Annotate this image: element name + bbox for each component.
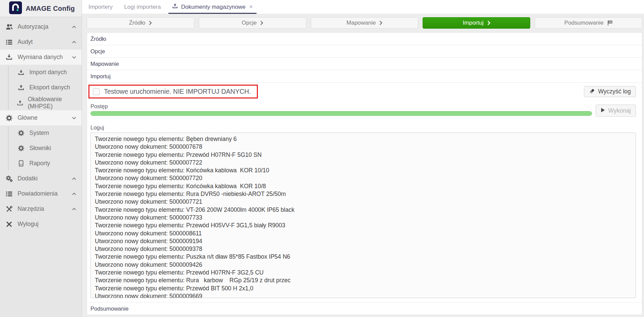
tab-bar: Importery Logi importera Dokumenty magaz… [82, 0, 644, 14]
log-line: Utworzono nowy dokument: 5000007678 [95, 143, 632, 151]
sidebar-item-powiadomienia[interactable]: Powiadomienia [0, 186, 82, 201]
progress-label: Postęp [90, 103, 636, 110]
amage-config-app: AMAGE Config Autoryzacja Audyt [0, 0, 644, 317]
log-line: Utworzono nowy dokument: 5000009378 [95, 245, 632, 253]
log-line: Tworzenie nowego typu elementu: Rura kar… [95, 277, 632, 284]
sidebar-item-okablowanie-mhpse[interactable]: Okablowanie (MHPSE) [0, 95, 82, 110]
step-podsumowanie[interactable]: Podsumowanie [535, 17, 642, 29]
chevron-right-icon [379, 21, 382, 25]
accordion-section-podsumowanie[interactable]: Podsumowanie [87, 302, 642, 315]
sidebar-item-narzedzia[interactable]: Narzędzia [0, 201, 82, 217]
main-area: Importery Logi importera Dokumenty magaz… [82, 0, 644, 317]
chevron-down-icon [72, 117, 76, 119]
sidebar-item-label: Wyloguj [18, 221, 38, 228]
log-line: Utworzono nowy dokument: 5000009194 [95, 237, 632, 245]
log-line: Utworzono nowy dokument: 5000007733 [95, 214, 632, 222]
sidebar-item-wymiana-danych[interactable]: Wymiana danych [0, 50, 82, 65]
sidebar-item-label: Autoryzacja [18, 23, 48, 30]
chevron-right-icon [260, 21, 263, 25]
sidebar-item-eksport-danych[interactable]: Eksport danych [0, 80, 82, 95]
checkered-flag-icon [607, 20, 613, 26]
sidebar-item-import-danych[interactable]: Import danych [0, 65, 82, 80]
chevron-right-icon [149, 21, 152, 25]
log-line: Tworzenie nowego typu elementu: Przewód … [95, 222, 632, 229]
log-line: Tworzenie nowego typu elementu: Przewód … [95, 269, 632, 277]
download-tray-icon [17, 69, 25, 76]
accordion-section-zrodlo[interactable]: Źródło [87, 33, 642, 45]
tab-importery[interactable]: Importery [83, 0, 118, 14]
download-tray-icon [5, 54, 13, 60]
tab-logi-importera[interactable]: Logi importera [118, 0, 167, 14]
chevron-down-icon [72, 56, 76, 59]
upload-tray-icon [17, 85, 25, 91]
accordion-section-importuj[interactable]: Importuj [87, 70, 642, 83]
amage-logo-icon [9, 1, 22, 16]
log-line: Utworzono nowy dokument: 5000009426 [95, 261, 632, 269]
sidebar-item-label: Dodatki [18, 175, 37, 182]
step-label: Podsumowanie [564, 20, 603, 26]
sidebar-item-audyt[interactable]: Audyt [0, 34, 82, 50]
step-importuj[interactable]: Importuj [423, 17, 530, 29]
sidebar-nav: Autoryzacja Audyt Wymiana danych [0, 17, 82, 232]
log-line: Tworzenie nowego typu elementu: Bęben dr… [95, 135, 632, 143]
accordion-section-mapowanie[interactable]: Mapowanie [87, 58, 642, 70]
upload-tray-icon [17, 100, 23, 106]
gears-icon [5, 175, 13, 182]
execute-button[interactable]: Wykonaj [596, 105, 636, 117]
chevron-up-icon [72, 41, 76, 44]
log-line: Tworzenie nowego typu elementu: Rura DVR… [95, 190, 632, 198]
log-line: Tworzenie nowego typu elementu: Końcówka… [95, 167, 632, 174]
log-output[interactable]: Tworzenie nowego typu elementu: Bęben dr… [90, 133, 636, 298]
app-title: AMAGE Config [26, 5, 75, 12]
x-icon [5, 221, 13, 227]
sidebar-item-raporty[interactable]: Raporty [0, 156, 82, 171]
sidebar-item-glowne[interactable]: Główne [0, 110, 82, 125]
step-label: Źródło [129, 20, 145, 26]
gear-icon [17, 145, 25, 151]
list-icon [5, 191, 13, 197]
tab-label: Logi importera [124, 4, 161, 10]
gear-icon [5, 115, 13, 121]
chevron-up-icon [72, 208, 76, 210]
log-line: Utworzono nowy dokument: 5000007721 [95, 198, 632, 206]
log-label: Loguj [90, 124, 636, 131]
step-mapowanie[interactable]: Mapowanie [311, 17, 419, 29]
clear-log-button[interactable]: Wyczyść log [584, 86, 636, 97]
log-line: Tworzenie nowego typu elementu: Przewód … [95, 285, 632, 292]
step-zrodlo[interactable]: Źródło [87, 17, 194, 29]
log-line: Tworzenie nowego typu elementu: Puszka n… [95, 253, 632, 261]
sidebar-item-wyloguj[interactable]: Wyloguj [0, 217, 82, 232]
sidebar-subgroup-glowne: System Słowniki Raporty [0, 125, 82, 171]
progress-bar [90, 111, 592, 116]
log-line: Tworzenie nowego typu elementu: Przewód … [95, 151, 632, 159]
sidebar-item-system[interactable]: System [0, 125, 82, 141]
tools-icon [5, 206, 13, 212]
sidebar-subgroup-wymiana-danych: Import danych Eksport danych Okablowanie… [0, 65, 82, 110]
import-wizard-panel: Źródło Opcje Mapowanie Importuj Testowe … [87, 32, 642, 315]
sidebar-item-autoryzacja[interactable]: Autoryzacja [0, 19, 82, 34]
chevron-up-icon [72, 26, 76, 28]
sidebar-item-label: Słowniki [29, 145, 51, 152]
wizard-steps: Źródło Opcje Mapowanie Importuj Podsumow… [82, 14, 644, 32]
log-line: Tworzenie nowego typu elementu: VT-206 2… [95, 206, 632, 214]
sidebar-item-slowniki[interactable]: Słowniki [0, 141, 82, 156]
sidebar-item-label: Audyt [18, 38, 33, 46]
gear-icon [17, 130, 25, 136]
step-opcje[interactable]: Opcje [199, 17, 306, 29]
execute-label: Wykonaj [608, 107, 631, 114]
sidebar-item-label: Wymiana danych [18, 54, 63, 61]
chevron-right-icon [487, 21, 490, 25]
accordion-section-opcje[interactable]: Opcje [87, 45, 642, 58]
progress-bar-fill [91, 112, 592, 115]
log-line: Utworzono nowy dokument: 5000007720 [95, 174, 632, 182]
users-icon [5, 24, 13, 30]
log-line: Utworzono nowy dokument: 5000008611 [95, 230, 632, 237]
test-run-checkbox[interactable] [93, 88, 100, 95]
close-icon[interactable]: × [249, 3, 253, 10]
tab-dokumenty-magazynowe[interactable]: Dokumenty magazynowe × [166, 0, 258, 14]
sidebar-item-label: Główne [18, 114, 37, 121]
test-run-label: Testowe uruchomienie. NIE IMPORTUJ DANYC… [104, 88, 251, 95]
import-section-content: Testowe uruchomienie. NIE IMPORTUJ DANYC… [87, 83, 642, 302]
app-header: AMAGE Config [0, 0, 82, 17]
sidebar-item-dodatki[interactable]: Dodatki [0, 171, 82, 186]
